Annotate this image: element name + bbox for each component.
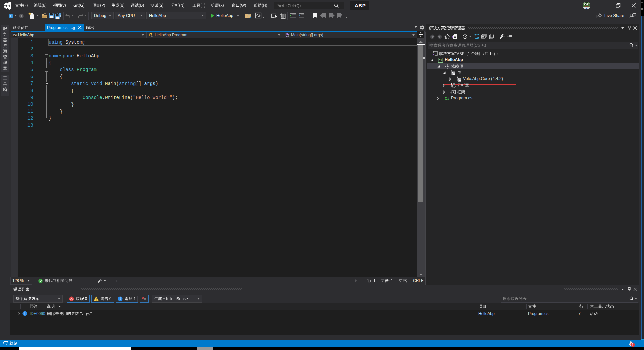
svg-text:C#: C#	[13, 34, 17, 37]
svg-text:1: 1	[632, 343, 634, 347]
svg-text:C#: C#	[445, 96, 449, 100]
svg-text:C#: C#	[439, 59, 443, 62]
